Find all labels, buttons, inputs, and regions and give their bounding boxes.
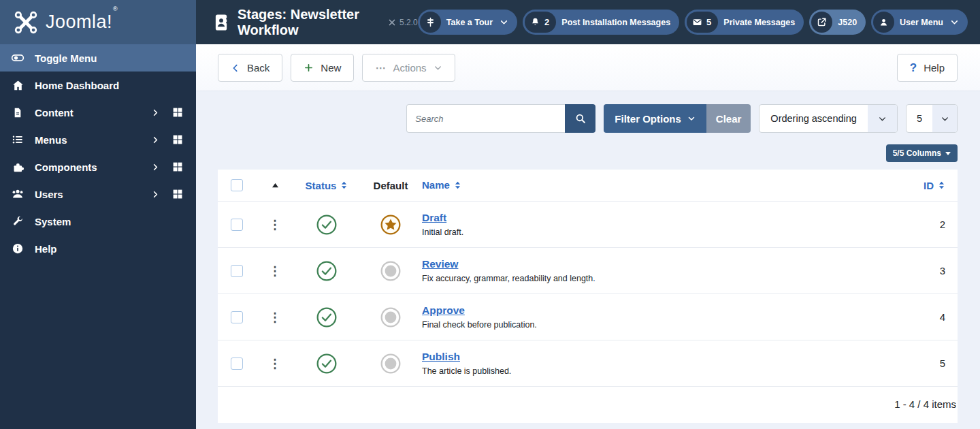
stage-id: 4 (903, 311, 958, 323)
brand-text: Joomla!® (46, 12, 117, 33)
home-icon (11, 79, 24, 92)
chevron-down-icon (687, 114, 696, 123)
limit-select[interactable]: 5 (906, 104, 958, 133)
sort-by-name[interactable]: Name (422, 179, 461, 191)
stage-name-link[interactable]: Approve (422, 304, 465, 316)
back-button[interactable]: Back (218, 54, 282, 82)
drag-handle-icon[interactable]: ⋮ (269, 219, 281, 231)
preview-site-button[interactable]: J520 (809, 10, 866, 35)
status-published-icon[interactable] (316, 306, 338, 328)
document-icon (11, 106, 24, 119)
row-checkbox[interactable] (231, 265, 243, 277)
new-button[interactable]: New (291, 54, 354, 82)
sidebar-item-users[interactable]: Users (0, 180, 196, 208)
status-published-icon[interactable] (316, 214, 338, 236)
info-circle-icon (11, 242, 24, 255)
puzzle-icon (11, 161, 24, 174)
users-icon (11, 187, 24, 201)
sidebar: Toggle Menu Home Dashboard Content (0, 44, 196, 429)
main-area: Back New ⋯ Actions ? Help (196, 44, 980, 429)
chevron-left-icon (231, 63, 240, 73)
drag-handle-icon[interactable]: ⋮ (269, 311, 281, 323)
ordering-sorted-asc-icon[interactable] (272, 182, 279, 189)
sidebar-item-home-dashboard[interactable]: Home Dashboard (0, 72, 196, 99)
ordering-select[interactable]: Ordering ascending (759, 104, 898, 133)
status-published-icon[interactable] (316, 260, 338, 282)
columns-toggle-button[interactable]: 5/5 Columns (886, 144, 958, 162)
default-star-icon[interactable] (380, 214, 402, 236)
bell-icon (530, 17, 540, 27)
stage-id: 5 (903, 358, 958, 369)
grid-dashboard-icon[interactable] (172, 106, 184, 118)
post-installation-messages-button[interactable]: 2 Post Installation Messages (523, 10, 679, 35)
sort-icon (938, 180, 945, 191)
drag-handle-icon[interactable]: ⋮ (269, 358, 281, 370)
search-icon (574, 112, 587, 125)
stage-name-link[interactable]: Publish (422, 351, 460, 362)
filter-options-button[interactable]: Filter Options (604, 104, 706, 133)
chevron-down-icon (950, 18, 959, 27)
actions-button[interactable]: ⋯ Actions (362, 54, 455, 82)
table-row: ⋮ (218, 340, 958, 386)
row-checkbox[interactable] (231, 311, 243, 323)
chevron-down-icon (500, 18, 508, 27)
chevron-down-icon (932, 105, 957, 132)
search-input[interactable] (406, 104, 565, 133)
chevron-down-icon (434, 63, 442, 72)
sidebar-item-help[interactable]: Help (0, 235, 196, 262)
ellipsis-icon: ⋯ (375, 62, 386, 74)
help-button[interactable]: ? Help (897, 54, 958, 82)
toggle-menu-button[interactable]: Toggle Menu (0, 44, 196, 72)
sidebar-item-menus[interactable]: Menus (0, 126, 196, 153)
plus-icon (304, 63, 314, 73)
stage-description: Fix accuracy, grammar, readability and l… (422, 274, 896, 283)
default-unset-icon[interactable] (380, 306, 402, 328)
chevron-right-icon (151, 136, 160, 144)
chevron-right-icon (151, 163, 160, 172)
joomla-mark-icon (14, 10, 38, 35)
external-link-icon (811, 12, 832, 33)
default-unset-icon[interactable] (380, 353, 402, 375)
sidebar-item-content[interactable]: Content (0, 99, 196, 126)
columns-row: 5/5 Columns (218, 144, 958, 162)
sort-icon (340, 180, 348, 191)
sidebar-item-components[interactable]: Components (0, 153, 196, 180)
grid-dashboard-icon[interactable] (172, 161, 184, 173)
take-a-tour-button[interactable]: Take a Tour (418, 10, 517, 35)
chevron-down-icon (868, 105, 897, 132)
app: Joomla!® Stages: Newsletter Workflow (0, 0, 980, 429)
chevron-right-icon (151, 190, 160, 199)
table-row: ⋮ (218, 247, 958, 293)
drag-handle-icon[interactable]: ⋮ (269, 265, 281, 277)
row-checkbox[interactable] (231, 219, 243, 231)
filter-group: Filter Options Clear (604, 104, 751, 133)
question-mark-icon: ? (910, 61, 917, 75)
clear-button[interactable]: Clear (706, 104, 751, 133)
grid-dashboard-icon[interactable] (172, 188, 184, 200)
sort-by-status[interactable]: Status (306, 180, 348, 191)
caret-down-icon (945, 152, 951, 155)
sidebar-item-system[interactable]: System (0, 208, 196, 235)
user-menu-button[interactable]: User Menu (871, 10, 968, 35)
list-icon (11, 133, 24, 146)
stage-name-link[interactable]: Draft (422, 212, 446, 223)
envelope-icon (692, 17, 702, 27)
stage-name-link[interactable]: Review (422, 258, 458, 270)
signpost-icon (420, 12, 441, 33)
private-messages-button[interactable]: 5 Private Messages (685, 10, 804, 35)
search-button[interactable] (565, 104, 595, 133)
grid-dashboard-icon[interactable] (172, 133, 184, 146)
joomla-version-icon (388, 18, 396, 27)
stages-icon (214, 14, 229, 31)
sort-by-id[interactable]: ID (924, 180, 945, 191)
stage-id: 3 (903, 265, 958, 276)
default-unset-icon[interactable] (380, 260, 402, 282)
status-published-icon[interactable] (316, 353, 338, 375)
table-row: ⋮ (218, 293, 958, 340)
stage-description: Final check before publication. (422, 320, 896, 330)
filter-bar: Filter Options Clear Ordering ascending (218, 104, 958, 133)
chevron-right-icon (151, 108, 160, 117)
row-checkbox[interactable] (231, 358, 243, 370)
select-all-checkbox[interactable] (231, 179, 243, 191)
search-group (406, 104, 595, 133)
